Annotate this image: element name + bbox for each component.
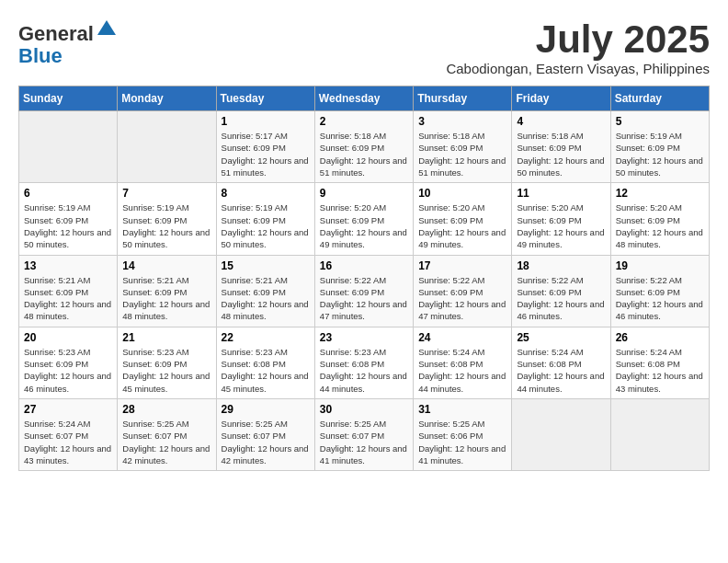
day-number: 17 bbox=[418, 259, 506, 272]
day-number: 7 bbox=[122, 187, 210, 200]
location: Cabodiongan, Eastern Visayas, Philippine… bbox=[446, 61, 710, 76]
calendar-day-cell: 3Sunrise: 5:18 AMSunset: 6:09 PMDaylight… bbox=[414, 111, 512, 183]
day-detail: Sunrise: 5:24 AMSunset: 6:08 PMDaylight:… bbox=[418, 346, 506, 395]
day-number: 18 bbox=[517, 259, 605, 272]
calendar-week-row: 6Sunrise: 5:19 AMSunset: 6:09 PMDaylight… bbox=[19, 183, 710, 255]
day-of-week-header: Saturday bbox=[610, 86, 709, 111]
calendar-day-cell: 9Sunrise: 5:20 AMSunset: 6:09 PMDaylight… bbox=[314, 183, 413, 255]
calendar-day-cell: 1Sunrise: 5:17 AMSunset: 6:09 PMDaylight… bbox=[216, 111, 314, 183]
day-of-week-header: Thursday bbox=[414, 86, 512, 111]
calendar-week-row: 27Sunrise: 5:24 AMSunset: 6:07 PMDayligh… bbox=[19, 398, 710, 470]
day-detail: Sunrise: 5:19 AMSunset: 6:09 PMDaylight:… bbox=[24, 201, 112, 250]
calendar-day-cell: 16Sunrise: 5:22 AMSunset: 6:09 PMDayligh… bbox=[314, 255, 413, 327]
day-number: 28 bbox=[122, 403, 210, 416]
calendar-day-cell: 8Sunrise: 5:19 AMSunset: 6:09 PMDaylight… bbox=[216, 183, 314, 255]
day-number: 1 bbox=[222, 115, 310, 128]
day-detail: Sunrise: 5:20 AMSunset: 6:09 PMDaylight:… bbox=[320, 201, 408, 250]
day-number: 11 bbox=[517, 187, 605, 200]
day-number: 5 bbox=[616, 115, 704, 128]
day-number: 16 bbox=[320, 259, 408, 272]
calendar-day-cell: 28Sunrise: 5:25 AMSunset: 6:07 PMDayligh… bbox=[118, 398, 216, 470]
calendar-day-cell: 14Sunrise: 5:21 AMSunset: 6:09 PMDayligh… bbox=[118, 255, 216, 327]
calendar-day-cell: 23Sunrise: 5:23 AMSunset: 6:08 PMDayligh… bbox=[314, 327, 413, 398]
day-number: 23 bbox=[320, 331, 408, 344]
day-number: 8 bbox=[222, 187, 310, 200]
month-title: July 2025 bbox=[446, 18, 710, 61]
logo-blue: Blue bbox=[18, 44, 63, 67]
day-detail: Sunrise: 5:21 AMSunset: 6:09 PMDaylight:… bbox=[24, 274, 112, 323]
day-detail: Sunrise: 5:20 AMSunset: 6:09 PMDaylight:… bbox=[517, 201, 605, 250]
day-detail: Sunrise: 5:17 AMSunset: 6:09 PMDaylight:… bbox=[222, 130, 310, 178]
calendar-day-cell bbox=[118, 111, 216, 183]
day-number: 12 bbox=[616, 187, 704, 200]
calendar-day-cell bbox=[512, 398, 610, 470]
day-detail: Sunrise: 5:24 AMSunset: 6:07 PMDaylight:… bbox=[24, 418, 112, 466]
day-of-week-header: Tuesday bbox=[216, 86, 314, 111]
calendar-day-cell: 29Sunrise: 5:25 AMSunset: 6:07 PMDayligh… bbox=[216, 398, 314, 470]
day-number: 20 bbox=[24, 331, 112, 344]
calendar-day-cell: 21Sunrise: 5:23 AMSunset: 6:09 PMDayligh… bbox=[118, 327, 216, 398]
day-number: 31 bbox=[418, 403, 506, 416]
day-number: 22 bbox=[222, 331, 310, 344]
logo-icon bbox=[96, 18, 118, 40]
day-detail: Sunrise: 5:24 AMSunset: 6:08 PMDaylight:… bbox=[616, 346, 704, 395]
day-detail: Sunrise: 5:25 AMSunset: 6:06 PMDaylight:… bbox=[418, 418, 506, 466]
calendar-day-cell: 5Sunrise: 5:19 AMSunset: 6:09 PMDaylight… bbox=[610, 111, 709, 183]
calendar-day-cell: 18Sunrise: 5:22 AMSunset: 6:09 PMDayligh… bbox=[512, 255, 610, 327]
day-detail: Sunrise: 5:22 AMSunset: 6:09 PMDaylight:… bbox=[517, 274, 605, 323]
day-number: 6 bbox=[24, 187, 112, 200]
day-number: 26 bbox=[616, 331, 704, 344]
day-of-week-header: Monday bbox=[118, 86, 216, 111]
day-detail: Sunrise: 5:22 AMSunset: 6:09 PMDaylight:… bbox=[418, 274, 506, 323]
day-of-week-header: Wednesday bbox=[314, 86, 413, 111]
day-detail: Sunrise: 5:20 AMSunset: 6:09 PMDaylight:… bbox=[616, 201, 704, 250]
calendar-day-cell: 10Sunrise: 5:20 AMSunset: 6:09 PMDayligh… bbox=[414, 183, 512, 255]
day-number: 29 bbox=[222, 403, 310, 416]
calendar-day-cell: 30Sunrise: 5:25 AMSunset: 6:07 PMDayligh… bbox=[314, 398, 413, 470]
day-number: 30 bbox=[320, 403, 408, 416]
calendar-day-cell: 27Sunrise: 5:24 AMSunset: 6:07 PMDayligh… bbox=[19, 398, 118, 470]
calendar-day-cell: 31Sunrise: 5:25 AMSunset: 6:06 PMDayligh… bbox=[414, 398, 512, 470]
calendar-day-cell: 13Sunrise: 5:21 AMSunset: 6:09 PMDayligh… bbox=[19, 255, 118, 327]
day-of-week-header: Friday bbox=[512, 86, 610, 111]
day-number: 9 bbox=[320, 187, 408, 200]
calendar-day-cell: 15Sunrise: 5:21 AMSunset: 6:09 PMDayligh… bbox=[216, 255, 314, 327]
day-number: 2 bbox=[320, 115, 408, 128]
calendar-day-cell: 12Sunrise: 5:20 AMSunset: 6:09 PMDayligh… bbox=[610, 183, 709, 255]
day-detail: Sunrise: 5:21 AMSunset: 6:09 PMDaylight:… bbox=[122, 274, 210, 323]
day-detail: Sunrise: 5:25 AMSunset: 6:07 PMDaylight:… bbox=[122, 418, 210, 466]
calendar-header-row: SundayMondayTuesdayWednesdayThursdayFrid… bbox=[19, 86, 710, 111]
calendar-day-cell: 7Sunrise: 5:19 AMSunset: 6:09 PMDaylight… bbox=[118, 183, 216, 255]
calendar-day-cell: 24Sunrise: 5:24 AMSunset: 6:08 PMDayligh… bbox=[414, 327, 512, 398]
day-detail: Sunrise: 5:25 AMSunset: 6:07 PMDaylight:… bbox=[222, 418, 310, 466]
day-number: 13 bbox=[24, 259, 112, 272]
day-of-week-header: Sunday bbox=[19, 86, 118, 111]
day-number: 25 bbox=[517, 331, 605, 344]
day-detail: Sunrise: 5:18 AMSunset: 6:09 PMDaylight:… bbox=[517, 130, 605, 178]
calendar-day-cell: 25Sunrise: 5:24 AMSunset: 6:08 PMDayligh… bbox=[512, 327, 610, 398]
day-number: 27 bbox=[24, 403, 112, 416]
day-number: 21 bbox=[122, 331, 210, 344]
calendar-day-cell: 17Sunrise: 5:22 AMSunset: 6:09 PMDayligh… bbox=[414, 255, 512, 327]
day-number: 24 bbox=[418, 331, 506, 344]
day-detail: Sunrise: 5:23 AMSunset: 6:09 PMDaylight:… bbox=[24, 346, 112, 395]
day-detail: Sunrise: 5:18 AMSunset: 6:09 PMDaylight:… bbox=[320, 130, 408, 178]
calendar-week-row: 20Sunrise: 5:23 AMSunset: 6:09 PMDayligh… bbox=[19, 327, 710, 398]
day-detail: Sunrise: 5:18 AMSunset: 6:09 PMDaylight:… bbox=[418, 130, 506, 178]
day-detail: Sunrise: 5:24 AMSunset: 6:08 PMDaylight:… bbox=[517, 346, 605, 395]
day-detail: Sunrise: 5:19 AMSunset: 6:09 PMDaylight:… bbox=[616, 130, 704, 178]
calendar-day-cell: 20Sunrise: 5:23 AMSunset: 6:09 PMDayligh… bbox=[19, 327, 118, 398]
calendar-day-cell: 19Sunrise: 5:22 AMSunset: 6:09 PMDayligh… bbox=[610, 255, 709, 327]
day-detail: Sunrise: 5:20 AMSunset: 6:09 PMDaylight:… bbox=[418, 201, 506, 250]
calendar-day-cell: 4Sunrise: 5:18 AMSunset: 6:09 PMDaylight… bbox=[512, 111, 610, 183]
day-detail: Sunrise: 5:21 AMSunset: 6:09 PMDaylight:… bbox=[222, 274, 310, 323]
day-number: 10 bbox=[418, 187, 506, 200]
logo-general: General bbox=[18, 22, 94, 45]
page-header: General Blue July 2025 Cabodiongan, East… bbox=[18, 18, 710, 76]
day-detail: Sunrise: 5:25 AMSunset: 6:07 PMDaylight:… bbox=[320, 418, 408, 466]
calendar-day-cell bbox=[610, 398, 709, 470]
day-detail: Sunrise: 5:23 AMSunset: 6:08 PMDaylight:… bbox=[222, 346, 310, 395]
day-detail: Sunrise: 5:23 AMSunset: 6:08 PMDaylight:… bbox=[320, 346, 408, 395]
day-number: 14 bbox=[122, 259, 210, 272]
day-number: 3 bbox=[418, 115, 506, 128]
